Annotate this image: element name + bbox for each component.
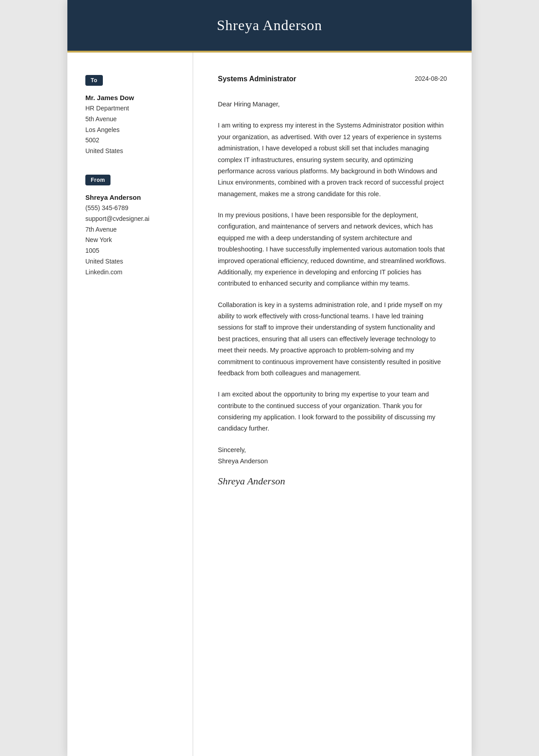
sender-phone: (555) 345-6789 xyxy=(85,203,177,214)
content: To Mr. James Dow HR Department 5th Avenu… xyxy=(67,53,472,756)
from-section: From Shreya Anderson (555) 345-6789 supp… xyxy=(85,175,177,278)
sidebar: To Mr. James Dow HR Department 5th Avenu… xyxy=(67,53,193,756)
recipient-zip: 5002 xyxy=(85,135,177,146)
sender-street: 7th Avenue xyxy=(85,224,177,235)
recipient-country: United States xyxy=(85,146,177,157)
from-badge: From xyxy=(85,175,110,185)
main-header-row: Systems Administrator 2024-08-20 xyxy=(218,75,447,83)
header-name: Shreya Anderson xyxy=(94,17,445,34)
letter-body: Dear Hiring Manager, I am writing to exp… xyxy=(218,99,447,490)
page: Shreya Anderson To Mr. James Dow HR Depa… xyxy=(67,0,472,756)
to-section: To Mr. James Dow HR Department 5th Avenu… xyxy=(85,75,177,157)
header: Shreya Anderson xyxy=(67,0,472,51)
sender-country: United States xyxy=(85,256,177,267)
paragraph-4: I am excited about the opportunity to br… xyxy=(218,389,447,435)
recipient-department: HR Department xyxy=(85,103,177,114)
recipient-street: 5th Avenue xyxy=(85,114,177,125)
closing-word: Sincerely, xyxy=(218,444,447,456)
closing-name: Shreya Anderson xyxy=(218,456,447,467)
job-title: Systems Administrator xyxy=(218,75,296,83)
recipient-city: Los Angeles xyxy=(85,125,177,136)
to-badge: To xyxy=(85,75,103,86)
salutation: Dear Hiring Manager, xyxy=(218,99,447,110)
paragraph-2: In my previous positions, I have been re… xyxy=(218,210,447,290)
sender-email: support@cvdesigner.ai xyxy=(85,214,177,224)
signature: Shreya Anderson xyxy=(218,473,447,490)
sender-website: Linkedin.com xyxy=(85,267,177,278)
closing: Sincerely, Shreya Anderson Shreya Anders… xyxy=(218,444,447,490)
sender-zip: 1005 xyxy=(85,246,177,256)
paragraph-3: Collaboration is key in a systems admini… xyxy=(218,299,447,379)
main-content: Systems Administrator 2024-08-20 Dear Hi… xyxy=(193,53,472,756)
paragraph-1: I am writing to express my interest in t… xyxy=(218,120,447,200)
recipient-name: Mr. James Dow xyxy=(85,94,177,101)
sender-name: Shreya Anderson xyxy=(85,193,177,201)
date: 2024-08-20 xyxy=(415,75,447,82)
sender-city: New York xyxy=(85,235,177,246)
